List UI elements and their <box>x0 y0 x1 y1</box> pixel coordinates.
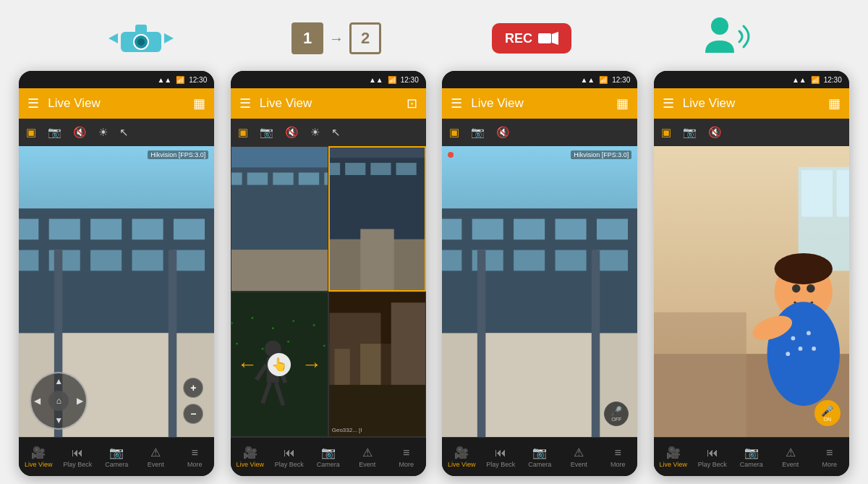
menu-icon[interactable]: ☰ <box>239 95 251 111</box>
nav-live-view[interactable]: 🎥 Live View <box>231 446 270 468</box>
dpad-left[interactable]: ◀ <box>34 396 41 406</box>
nav-event[interactable]: ⚠ Event <box>348 446 387 468</box>
layout-icon[interactable]: ▦ <box>193 95 205 111</box>
nav-play-icon: ⏮ <box>284 446 295 459</box>
signal-icon: ▲▲ <box>580 76 595 84</box>
nav-event[interactable]: ⚠ Event <box>771 446 810 468</box>
svg-point-95 <box>812 347 816 351</box>
pointer-icon[interactable]: ↖ <box>119 126 129 139</box>
nav-event-label: Event <box>359 461 375 468</box>
layout-icon[interactable]: ▦ <box>616 95 629 111</box>
nav-camera[interactable]: 📷 Camera <box>97 446 136 468</box>
nav-more-icon: ≡ <box>615 446 621 459</box>
svg-point-94 <box>786 352 790 356</box>
directional-pad[interactable]: ▲ ▼ ◀ ▶ ⌂ <box>30 372 88 430</box>
nav-playback[interactable]: ⏮ Play Beck <box>693 446 732 468</box>
menu-icon[interactable]: ☰ <box>27 95 39 111</box>
mute-icon[interactable]: 🔇 <box>496 126 510 139</box>
mute-icon[interactable]: 🔇 <box>285 126 299 139</box>
video-icon[interactable]: ▣ <box>449 126 459 139</box>
nav-live-view[interactable]: 🎥 Live View <box>654 446 693 468</box>
nav-more[interactable]: ≡ More <box>598 446 637 468</box>
menu-icon[interactable]: ☰ <box>451 95 462 111</box>
menu-icon[interactable]: ☰ <box>663 95 674 111</box>
mic-off-badge[interactable]: 🎤 OFF <box>604 402 629 426</box>
brightness-icon[interactable]: ☀ <box>98 126 108 139</box>
svg-point-89 <box>774 253 832 284</box>
nav-event-icon: ⚠ <box>786 446 796 459</box>
phone-3: ▲▲ 📶 12:30 ☰ Live View ▦ ▣ 📷 🔇 <box>442 71 637 476</box>
svg-rect-15 <box>174 219 205 240</box>
svg-point-4 <box>137 38 145 46</box>
phone3-status-bar: ▲▲ 📶 12:30 <box>442 71 637 88</box>
svg-rect-32 <box>231 250 328 291</box>
swipe-right-arrow: → <box>302 353 322 376</box>
video-icon[interactable]: ▣ <box>661 126 671 139</box>
snapshot-icon[interactable]: 📷 <box>471 126 485 139</box>
nav-camera[interactable]: 📷 Camera <box>520 446 559 468</box>
zoom-in-button[interactable]: + <box>183 378 203 398</box>
svg-rect-6 <box>538 33 551 43</box>
mic-off-label: OFF <box>611 417 621 422</box>
nav-live-label: Live View <box>448 461 475 468</box>
nav-event-icon: ⚠ <box>574 446 584 459</box>
dpad-circle[interactable]: ▲ ▼ ◀ ▶ ⌂ <box>30 372 88 430</box>
svg-rect-35 <box>330 163 340 175</box>
nav-more[interactable]: ≡ More <box>387 446 426 468</box>
nav-more-label: More <box>822 461 837 468</box>
swipe-left-arrow: ← <box>237 353 258 376</box>
svg-rect-74 <box>556 250 587 271</box>
svg-rect-5 <box>135 25 147 33</box>
nav-playback[interactable]: ⏮ Play Beck <box>481 446 520 468</box>
pointer-icon[interactable]: ↖ <box>331 126 341 139</box>
svg-rect-83 <box>836 170 848 217</box>
nav-live-view[interactable]: 🎥 Live View <box>442 446 481 468</box>
mute-icon[interactable]: 🔇 <box>708 126 722 139</box>
svg-rect-13 <box>90 219 122 240</box>
phone1-bottom-nav: 🎥 Live View ⏮ Play Beck 📷 Camera ⚠ Event… <box>19 437 214 476</box>
nav-camera[interactable]: 📷 Camera <box>732 446 771 468</box>
num-box-2: 2 <box>349 22 381 54</box>
dpad-home[interactable]: ⌂ <box>48 391 69 411</box>
mute-icon[interactable]: 🔇 <box>73 126 87 139</box>
snapshot-icon[interactable]: 📷 <box>683 126 697 139</box>
phone4-indoor-video <box>654 146 849 437</box>
nav-event[interactable]: ⚠ Event <box>136 446 175 468</box>
layout-icon[interactable]: ▦ <box>828 95 841 111</box>
phone4-video-area: 🎤 ON <box>654 146 849 437</box>
layout-icon[interactable]: ⊡ <box>407 95 417 111</box>
svg-point-92 <box>807 331 811 336</box>
nav-playback[interactable]: ⏮ Play Beck <box>58 446 97 468</box>
mic-on-badge[interactable]: 🎤 ON <box>814 400 841 426</box>
svg-rect-17 <box>49 250 80 271</box>
video-icon[interactable]: ▣ <box>26 126 36 139</box>
time-display: 12:30 <box>401 76 419 84</box>
dpad-up[interactable]: ▲ <box>54 376 63 386</box>
brightness-icon[interactable]: ☀ <box>310 126 320 139</box>
nav-live-view[interactable]: 🎥 Live View <box>19 446 58 468</box>
snapshot-icon[interactable]: 📷 <box>260 126 273 139</box>
snapshot-icon[interactable]: 📷 <box>48 126 61 139</box>
zoom-out-button[interactable]: − <box>183 404 203 424</box>
phone-2: ▲▲ 📶 12:30 ☰ Live View ⊡ ▣ 📷 🔇 ☀ ↖ <box>231 71 426 476</box>
wifi-icon: 📶 <box>388 76 396 84</box>
svg-marker-7 <box>552 32 558 45</box>
nav-event-icon: ⚠ <box>362 446 373 459</box>
svg-point-93 <box>798 347 802 351</box>
svg-rect-77 <box>482 333 597 437</box>
nav-playback[interactable]: ⏮ Play Beck <box>270 446 309 468</box>
nav-camera[interactable]: 📷 Camera <box>309 446 348 468</box>
nav-live-label: Live View <box>237 461 264 468</box>
nav-more[interactable]: ≡ More <box>810 446 849 468</box>
dpad-down[interactable]: ▼ <box>54 415 63 425</box>
nav-more[interactable]: ≡ More <box>175 446 214 468</box>
num-switch-icon-container: 1 → 2 <box>264 22 409 54</box>
signal-icon: ▲▲ <box>792 76 807 84</box>
video-icon[interactable]: ▣ <box>238 126 248 139</box>
svg-rect-12 <box>49 219 80 240</box>
dpad-right[interactable]: ▶ <box>77 396 83 406</box>
svg-rect-19 <box>132 250 163 271</box>
nav-event[interactable]: ⚠ Event <box>559 446 598 468</box>
phone2-video-grid: ← 👆 → Geo332... [I <box>231 146 426 437</box>
wifi-icon: 📶 <box>176 76 184 84</box>
